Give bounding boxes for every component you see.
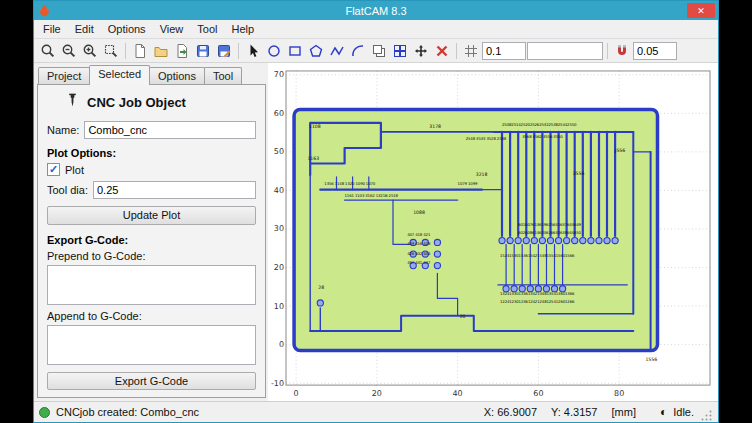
menu-file[interactable]: File — [36, 21, 68, 37]
svg-text:-10: -10 — [271, 379, 284, 388]
side-panel: Project Selected Options Tool CNC Job Ob… — [34, 63, 268, 401]
toolbar — [34, 39, 718, 63]
svg-text:60: 60 — [274, 109, 284, 118]
svg-text:0: 0 — [279, 340, 284, 349]
tool-dia-label: Tool dia: — [47, 184, 88, 196]
svg-text:1088: 1088 — [413, 210, 425, 215]
svg-text:3568 3562 3556 3550: 3568 3562 3556 3550 — [522, 134, 563, 139]
svg-text:250825142520252625322538254425: 25082514252025262532253825442550 — [502, 122, 577, 127]
menu-options[interactable]: Options — [101, 21, 153, 37]
move-object-icon[interactable] — [411, 41, 431, 60]
svg-text:28: 28 — [318, 285, 324, 290]
tab-selected[interactable]: Selected — [89, 65, 150, 85]
save-project-icon[interactable] — [193, 41, 213, 60]
svg-text:497 431 437: 497 431 437 — [407, 260, 431, 265]
tab-tool[interactable]: Tool — [204, 67, 242, 85]
svg-text:70: 70 — [274, 70, 284, 79]
svg-text:0: 0 — [294, 389, 299, 398]
plot-option-row: ✓ Plot — [47, 163, 256, 176]
plot-checkbox[interactable]: ✓ — [47, 163, 60, 176]
append-label: Append to G-Code: — [47, 310, 256, 322]
name-input[interactable] — [84, 121, 256, 139]
menu-edit[interactable]: Edit — [68, 21, 101, 37]
svg-text:3556: 3556 — [573, 171, 585, 176]
zoom-out-icon[interactable] — [59, 41, 79, 60]
tabbar: Project Selected Options Tool — [37, 65, 266, 85]
name-row: Name: — [47, 121, 256, 139]
new-project-icon[interactable] — [130, 41, 150, 60]
menu-help[interactable]: Help — [224, 21, 261, 37]
polygon-tool-icon[interactable] — [306, 41, 326, 60]
object-title: CNC Job Object — [87, 95, 186, 110]
prepend-gcode-textarea[interactable] — [47, 265, 256, 305]
window-title: FlatCAM 8.3 — [34, 5, 718, 17]
save-as-icon[interactable] — [214, 41, 234, 60]
toolbar-separator — [607, 43, 608, 59]
grid-x-input[interactable] — [482, 42, 526, 60]
zoom-in-icon[interactable] — [80, 41, 100, 60]
pcb-plot-canvas[interactable]: 020406080-100102030405060701108116331782… — [268, 63, 718, 401]
grid-y-input[interactable] — [527, 42, 603, 60]
zoom-fit-icon[interactable] — [38, 41, 58, 60]
cnc-bit-icon — [65, 93, 80, 112]
svg-text:50: 50 — [274, 147, 284, 156]
copy-object-icon[interactable] — [369, 41, 389, 60]
tab-project[interactable]: Project — [38, 67, 90, 85]
main-area: Project Selected Options Tool CNC Job Ob… — [34, 63, 718, 401]
open-project-icon[interactable] — [151, 41, 171, 60]
menu-view[interactable]: View — [153, 21, 191, 37]
plot-checkbox-label: Plot — [65, 164, 84, 176]
svg-text:40: 40 — [453, 389, 463, 398]
select-pointer-icon[interactable] — [243, 41, 263, 60]
toolbar-separator — [456, 43, 457, 59]
update-plot-button[interactable]: Update Plot — [47, 206, 256, 225]
import-file-icon[interactable] — [172, 41, 192, 60]
app-window: FlatCAM 8.3 ✕ File Edit Options View Too… — [33, 0, 719, 423]
close-button[interactable]: ✕ — [687, 3, 715, 18]
svg-text:601607613619625631637643649: 601607613619625631637643649 — [518, 222, 581, 227]
menubar: File Edit Options View Tool Help — [34, 20, 718, 39]
svg-text:3178: 3178 — [429, 124, 441, 129]
circle-tool-icon[interactable] — [264, 41, 284, 60]
snap-magnet-icon[interactable] — [612, 41, 632, 60]
svg-text:1356 1148 1320 1090 1070: 1356 1148 1320 1090 1070 — [324, 181, 375, 186]
grid-snap-icon[interactable] — [461, 41, 481, 60]
menu-tool[interactable]: Tool — [190, 21, 224, 37]
svg-text:20: 20 — [274, 263, 284, 272]
statusbar: CNCjob created: Combo_cnc X: 66.9007 Y: … — [34, 401, 718, 422]
svg-text:60: 60 — [533, 389, 543, 398]
delete-object-icon[interactable] — [432, 41, 452, 60]
svg-text:1163: 1163 — [307, 156, 319, 161]
export-gcode-button[interactable]: Export G-Code — [47, 372, 256, 391]
svg-text:1079 1099: 1079 1099 — [458, 181, 478, 186]
path-tool-icon[interactable] — [327, 41, 347, 60]
svg-text:40: 40 — [274, 186, 284, 195]
tab-options[interactable]: Options — [149, 67, 205, 85]
svg-text:409 416 428: 409 416 428 — [407, 241, 431, 246]
snap-max-input[interactable] — [633, 42, 677, 60]
svg-text:3218: 3218 — [476, 172, 488, 177]
array-object-icon[interactable] — [390, 41, 410, 60]
rectangle-tool-icon[interactable] — [285, 41, 305, 60]
svg-text:122412301236124212481254126012: 12241230123612421248125412601266 — [500, 299, 575, 304]
resize-grip-icon[interactable] — [700, 409, 713, 422]
selected-tab-page: CNC Job Object Name: Plot Options: ✓ Plo… — [37, 84, 266, 398]
svg-text:1108: 1108 — [309, 124, 321, 129]
append-gcode-textarea[interactable] — [47, 325, 256, 365]
svg-text:20: 20 — [460, 314, 466, 319]
svg-text:602608614620626632638644650: 602608614620626632638644650 — [518, 230, 581, 235]
svg-text:80: 80 — [614, 389, 624, 398]
name-label: Name: — [47, 124, 79, 136]
toolbar-separator — [125, 43, 126, 59]
arc-tool-icon[interactable] — [348, 41, 368, 60]
svg-text:20: 20 — [372, 389, 382, 398]
titlebar: FlatCAM 8.3 ✕ — [34, 1, 718, 20]
plot-area[interactable]: 020406080-100102030405060701108116331782… — [268, 63, 718, 401]
activity-indicator-icon: ◐ — [660, 406, 667, 418]
svg-text:426 402 404: 426 402 404 — [407, 251, 431, 256]
coord-y: Y: 4.3157 — [551, 406, 598, 418]
units-label: [mm] — [612, 406, 636, 418]
zoom-region-icon[interactable] — [101, 41, 121, 60]
svg-text:10: 10 — [274, 302, 284, 311]
tool-dia-input[interactable] — [93, 181, 256, 199]
